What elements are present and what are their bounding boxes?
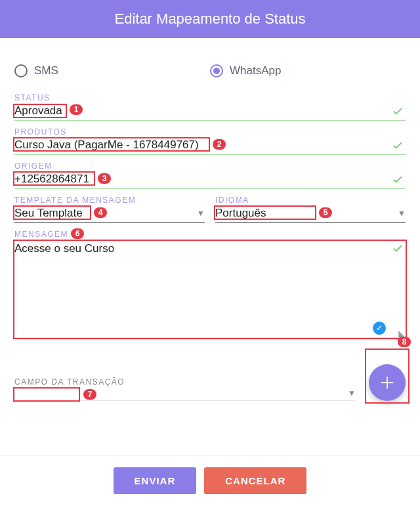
annotation-badge: 3 — [98, 173, 111, 184]
form-content: SMS WhatsApp STATUS Aprovada 1 PRODUTOS … — [0, 38, 420, 408]
value-origin: +12562864871 — [14, 173, 390, 186]
field-group-origin: ORIGEM +12562864871 3 — [14, 161, 406, 189]
modal-header: Editar Mapeamento de Status — [0, 0, 420, 38]
submit-button[interactable]: ENVIAR — [114, 467, 197, 494]
field-group-status: STATUS Aprovada 1 — [14, 93, 406, 121]
field-group-template: TEMPLATE DA MENSAGEM Seu Template ▼ 4 — [14, 196, 205, 223]
field-group-message: MENSAGEM Acesse o seu Curso ✓ ◢ 6 — [14, 230, 406, 338]
radio-option-whatsapp[interactable]: WhatsApp — [210, 64, 281, 77]
radio-label-sms: SMS — [34, 64, 58, 77]
radio-circle-icon — [14, 64, 28, 77]
check-icon — [390, 139, 406, 151]
label-transaction: CAMPO DA TRANSAÇÃO — [14, 377, 356, 387]
radio-circle-checked-icon — [210, 64, 223, 77]
verified-check-icon: ✓ — [373, 322, 386, 335]
label-origin: ORIGEM — [14, 161, 406, 171]
annotation-badge: 5 — [319, 207, 332, 218]
annotation-badge: 2 — [213, 139, 226, 150]
chevron-down-icon: ▼ — [348, 389, 356, 398]
value-language: Português — [215, 207, 398, 220]
chevron-down-icon: ▼ — [398, 209, 406, 218]
label-template: TEMPLATE DA MENSAGEM — [14, 196, 205, 205]
value-products: Curso Java (PagarMe - 1678449767) — [14, 138, 390, 152]
check-icon — [390, 242, 406, 254]
value-message: Acesse o seu Curso — [14, 242, 406, 321]
modal-title: Editar Mapeamento de Status — [114, 11, 305, 27]
cancel-button[interactable]: CANCELAR — [204, 467, 306, 494]
modal-footer: ENVIAR CANCELAR — [0, 455, 420, 506]
check-icon — [390, 105, 406, 117]
field-group-transaction: CAMPO DA TRANSAÇÃO ▼ 7 — [14, 377, 356, 401]
input-products[interactable]: Curso Java (PagarMe - 1678449767) — [14, 137, 406, 155]
label-status: STATUS — [14, 93, 406, 102]
channel-radio-group: SMS WhatsApp — [14, 64, 406, 77]
input-origin[interactable]: +12562864871 — [14, 171, 406, 189]
transaction-row: CAMPO DA TRANSAÇÃO ▼ 7 8 — [14, 364, 406, 401]
select-transaction[interactable]: ▼ — [14, 387, 356, 401]
label-language: IDIOMA — [215, 196, 406, 205]
annotation-badge: 8 — [398, 337, 411, 347]
field-group-products: PRODUTOS Curso Java (PagarMe - 167844976… — [14, 127, 406, 155]
plus-icon — [378, 373, 396, 392]
annotation-badge: 1 — [70, 104, 83, 115]
select-template[interactable]: Seu Template ▼ — [14, 205, 205, 223]
field-group-language: IDIOMA Português ▼ 5 — [215, 196, 406, 223]
annotation-badge: 6 — [71, 228, 84, 239]
add-button[interactable] — [369, 364, 406, 401]
textarea-message[interactable]: Acesse o seu Curso ✓ ◢ — [14, 240, 406, 338]
radio-option-sms[interactable]: SMS — [14, 64, 210, 77]
select-language[interactable]: Português ▼ — [215, 205, 406, 223]
annotation-badge: 4 — [94, 207, 107, 218]
check-icon — [390, 173, 406, 185]
annotation-badge: 7 — [83, 389, 96, 400]
label-products: PRODUTOS — [14, 127, 406, 137]
radio-label-whatsapp: WhatsApp — [230, 64, 281, 77]
chevron-down-icon: ▼ — [197, 209, 205, 218]
